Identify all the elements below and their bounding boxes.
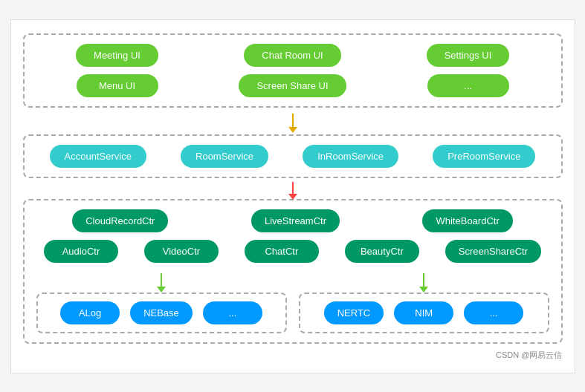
sdk-left-box: ALog NEBase ... xyxy=(36,293,287,333)
sdk-right-arrow xyxy=(423,270,424,293)
nebase-btn: NEBase xyxy=(130,301,193,324)
ctrl-row-1: CloudRecordCtr LiveStreamCtr WhiteBoardC… xyxy=(36,209,549,232)
arrow-service-to-ctrl xyxy=(23,178,563,199)
sdk-left-arrow-line xyxy=(161,273,162,288)
beauty-ctr-btn: BeautyCtr xyxy=(345,240,419,263)
ui-etc-btn: ... xyxy=(427,74,509,97)
video-ctr-btn: VideoCtr xyxy=(144,240,219,263)
sdk-section: ALog NEBase ... NERTC NIM ... xyxy=(36,270,549,333)
audio-ctr-btn: AudioCtr xyxy=(44,240,118,263)
whiteboard-ctr-btn: WhiteBoardCtr xyxy=(422,209,512,232)
livestream-ctr-btn: LiveStreamCtr xyxy=(251,209,340,232)
sdk-right: NERTC NIM ... xyxy=(293,270,549,333)
sdk-right-etc-btn: ... xyxy=(464,301,523,324)
ui-layer: Meeting UI Menu UI Chat Room UI Screen S… xyxy=(23,33,563,108)
arrow-ui-to-service xyxy=(23,108,563,134)
architecture-diagram: Meeting UI Menu UI Chat Room UI Screen S… xyxy=(10,19,575,373)
watermark: CSDN @网易云信 xyxy=(23,350,563,361)
alog-btn: ALog xyxy=(60,301,120,324)
sdk-left-etc-btn: ... xyxy=(203,301,262,324)
nertc-btn: NERTC xyxy=(324,301,384,324)
screenshare-ui-btn: Screen Share UI xyxy=(239,74,346,97)
account-service-btn: AccountService xyxy=(50,145,146,168)
sdk-right-arrow-line xyxy=(423,273,424,288)
ctrl-layer: CloudRecordCtr LiveStreamCtr WhiteBoardC… xyxy=(23,199,563,344)
sdk-left: ALog NEBase ... xyxy=(36,270,293,333)
ui-col-3: Settings UI ... xyxy=(387,44,549,97)
settings-ui-btn: Settings UI xyxy=(427,44,510,67)
ui-row-1: Meeting UI Menu UI Chat Room UI Screen S… xyxy=(36,44,549,97)
menu-ui-btn: Menu UI xyxy=(77,74,158,97)
service-layer: AccountService RoomService InRoomService… xyxy=(23,134,563,178)
cloud-record-ctr-btn: CloudRecordCtr xyxy=(72,209,168,232)
sdk-right-box: NERTC NIM ... xyxy=(299,293,549,333)
screenshare-ctr-btn: ScreenShareCtr xyxy=(445,240,541,263)
sdk-left-arrow xyxy=(161,270,162,293)
preroom-service-btn: PreRoomService xyxy=(433,145,535,168)
chat-ctr-btn: ChatCtr xyxy=(245,240,319,263)
arrow-line-1 xyxy=(292,114,294,128)
ctrl-row-2: AudioCtr VideoCtr ChatCtr BeautyCtr Scre… xyxy=(36,240,549,263)
arrow-line-2 xyxy=(292,182,294,195)
inroom-service-btn: InRoomService xyxy=(303,145,398,168)
meeting-ui-btn: Meeting UI xyxy=(76,44,158,67)
chatroom-ui-btn: Chat Room UI xyxy=(244,44,340,67)
room-service-btn: RoomService xyxy=(181,145,268,168)
ui-col-2: Chat Room UI Screen Share UI xyxy=(212,44,374,97)
ui-col-1: Meeting UI Menu UI xyxy=(36,44,198,97)
nim-btn: NIM xyxy=(394,301,453,324)
